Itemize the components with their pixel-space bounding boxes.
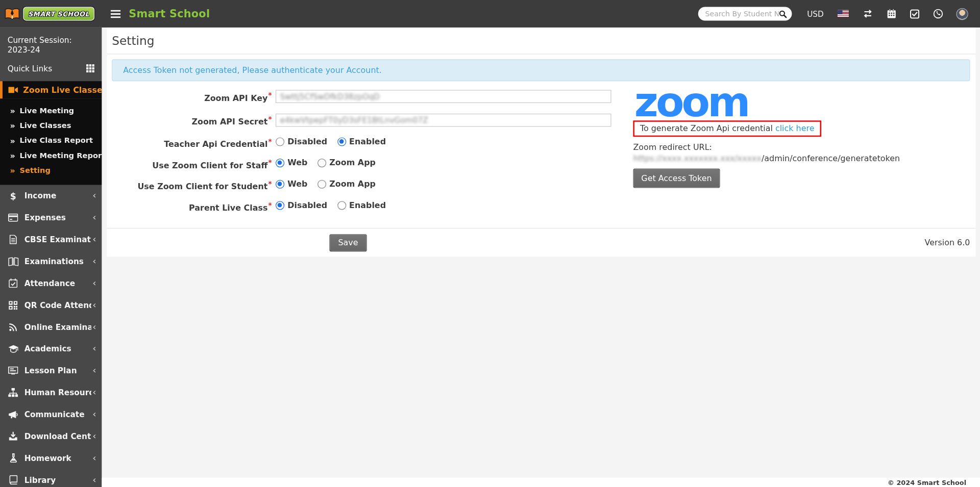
sidebar-item-income[interactable]: $Income‹	[0, 185, 102, 207]
language-flag-us-icon[interactable]	[838, 10, 849, 18]
bullhorn-icon	[8, 410, 19, 419]
sidebar-item-cbse-examination[interactable]: CBSE Examination‹	[0, 228, 102, 250]
zoom-live-classes-submenu: »Live Meeting»Live Classes»Live Class Re…	[0, 98, 102, 185]
zoom-panel: zoom To generate Zoom Api credential cli…	[633, 89, 970, 221]
sidebar-toggle-button[interactable]	[111, 10, 121, 18]
sidebar-subitem-live-meeting-report[interactable]: »Live Meeting Report	[0, 148, 102, 163]
click-here-link[interactable]: click here	[775, 123, 815, 133]
subitem-label: Setting	[19, 166, 51, 175]
save-button[interactable]: Save	[329, 234, 366, 251]
sidebar-item-examinations[interactable]: Examinations‹	[0, 250, 102, 272]
user-avatar[interactable]	[957, 9, 968, 19]
sidebar-subitem-live-classes[interactable]: »Live Classes	[0, 118, 102, 133]
chevron-left-icon: ‹	[91, 453, 96, 463]
student-search	[698, 7, 792, 20]
field-label: Zoom API Key*	[112, 89, 276, 105]
app-logo[interactable]: SMART SCHOOL	[0, 0, 102, 28]
zoom-api-key-input[interactable]: Swttj5CfSwDfkD38zpOqD	[276, 90, 611, 104]
menu-item-label: Library	[24, 475, 56, 484]
sidebar-item-library[interactable]: Library‹	[0, 469, 102, 487]
get-access-token-button[interactable]: Get Access Token	[633, 169, 720, 188]
radio-checked-icon	[337, 137, 346, 146]
credit-card-icon	[8, 214, 19, 222]
version-label: Version 6.0	[924, 238, 970, 247]
sidebar-item-lesson-plan[interactable]: Lesson Plan‹	[0, 360, 102, 381]
credential-note: To generate Zoom Api credential click he…	[633, 120, 821, 137]
redirect-url-visible-part: /admin/conference/generatetoken	[762, 153, 900, 163]
dollar-icon: $	[8, 191, 19, 200]
menu-item-label: Download Center	[24, 431, 91, 441]
field-content: WebZoom App	[276, 158, 616, 168]
whatsapp-button[interactable]	[933, 9, 943, 19]
angles-right-icon: »	[10, 107, 15, 115]
video-camera-icon	[8, 86, 18, 94]
search-icon[interactable]	[779, 10, 787, 18]
radio-unchecked-icon	[317, 180, 326, 188]
radio-option-label: Enabled	[349, 137, 386, 146]
sidebar-item-communicate[interactable]: Communicate‹	[0, 403, 102, 425]
use-zoom-client-for-staff-option-web[interactable]: Web	[276, 159, 307, 167]
menu-item-label: Communicate	[24, 409, 85, 419]
sidebar-subitem-live-class-report[interactable]: »Live Class Report	[0, 133, 102, 148]
calendar-button[interactable]	[887, 9, 896, 19]
field-label: Use Zoom Client for Staff*	[112, 158, 276, 168]
sidebar-item-attendance[interactable]: Attendance‹	[0, 272, 102, 294]
radio-option-label: Web	[287, 180, 307, 188]
search-input[interactable]	[705, 9, 779, 18]
use-zoom-client-for-student-option-zoom-app[interactable]: Zoom App	[317, 180, 376, 188]
menu-item-label: Expenses	[24, 213, 66, 222]
credential-note-text: To generate Zoom Api credential	[640, 123, 773, 133]
parent-live-class-option-disabled[interactable]: Disabled	[276, 201, 327, 210]
use-zoom-client-for-student-option-web[interactable]: Web	[276, 180, 307, 188]
radio-option-label: Web	[287, 159, 307, 167]
zoom-api-secret-input[interactable]: e4kwVtpepFT0yD3sFE1BtLnvGom07Z	[276, 114, 611, 127]
currency-label[interactable]: USD	[807, 9, 824, 18]
menu-item-label: Human Resource	[24, 388, 91, 397]
quick-links[interactable]: Quick Links	[0, 61, 102, 81]
tasks-button[interactable]	[910, 9, 919, 18]
sidebar-item-expenses[interactable]: Expenses‹	[0, 207, 102, 228]
parent-live-class-option-enabled[interactable]: Enabled	[337, 201, 386, 210]
sidebar-item-homework[interactable]: Homework‹	[0, 447, 102, 469]
chevron-left-icon: ‹	[91, 475, 96, 484]
form-row-use-zoom-client-for-student: Use Zoom Client for Student*WebZoom App	[112, 179, 616, 189]
chevron-left-icon: ‹	[91, 344, 96, 353]
sidebar-item-zoom-live-classes[interactable]: Zoom Live Classes	[0, 81, 102, 98]
teacher-api-credential-option-disabled[interactable]: Disabled	[276, 137, 327, 146]
chevron-left-icon: ‹	[91, 388, 96, 397]
field-label: Parent Live Class*	[112, 200, 276, 211]
sidebar-item-online-examinations[interactable]: Online Examinations‹	[0, 316, 102, 338]
required-asterisk: *	[268, 137, 272, 145]
session-switch-button[interactable]	[863, 9, 873, 18]
form-row-use-zoom-client-for-staff: Use Zoom Client for Staff*WebZoom App	[112, 158, 616, 168]
angles-right-icon: »	[10, 121, 15, 130]
form-fields: Zoom API Key*Swttj5CfSwDfkD38zpOqDZoom A…	[112, 89, 616, 221]
chalkboard-icon	[8, 367, 19, 375]
chevron-left-icon: ‹	[91, 278, 96, 288]
radio-unchecked-icon	[317, 159, 326, 167]
subitem-label: Live Class Report	[19, 136, 93, 145]
page-title: Setting	[112, 34, 154, 47]
angles-right-icon: »	[10, 151, 15, 160]
calendar-icon	[887, 9, 896, 19]
field-content: DisabledEnabled	[276, 200, 616, 211]
sidebar-item-qr-code-attendance[interactable]: QR Code Attendance‹	[0, 294, 102, 316]
active-menu-label: Zoom Live Classes	[23, 85, 102, 94]
sidebar-subitem-live-meeting[interactable]: »Live Meeting	[0, 103, 102, 118]
sidebar-item-academics[interactable]: Academics‹	[0, 338, 102, 360]
sidebar-subitem-setting[interactable]: »Setting	[0, 163, 102, 178]
redirect-url-label: Zoom redirect URL:	[633, 142, 970, 151]
chevron-left-icon: ‹	[91, 322, 96, 331]
form-row-zoom-api-key: Zoom API Key*Swttj5CfSwDfkD38zpOqD	[112, 89, 616, 105]
field-content: Swttj5CfSwDfkD38zpOqD	[276, 89, 616, 105]
qrcode-icon	[8, 301, 19, 310]
sidebar-item-human-resource[interactable]: Human Resource‹	[0, 381, 102, 403]
radio-option-label: Disabled	[287, 137, 327, 146]
flask-icon	[8, 453, 19, 463]
masked-value: e4kwVtpepFT0yD3sFE1BtLnvGom07Z	[280, 116, 428, 125]
use-zoom-client-for-staff-option-zoom-app[interactable]: Zoom App	[317, 159, 376, 167]
teacher-api-credential-option-enabled[interactable]: Enabled	[337, 137, 386, 146]
book-open-icon	[8, 257, 19, 266]
required-asterisk: *	[268, 91, 272, 99]
sidebar-item-download-center[interactable]: Download Center‹	[0, 425, 102, 447]
